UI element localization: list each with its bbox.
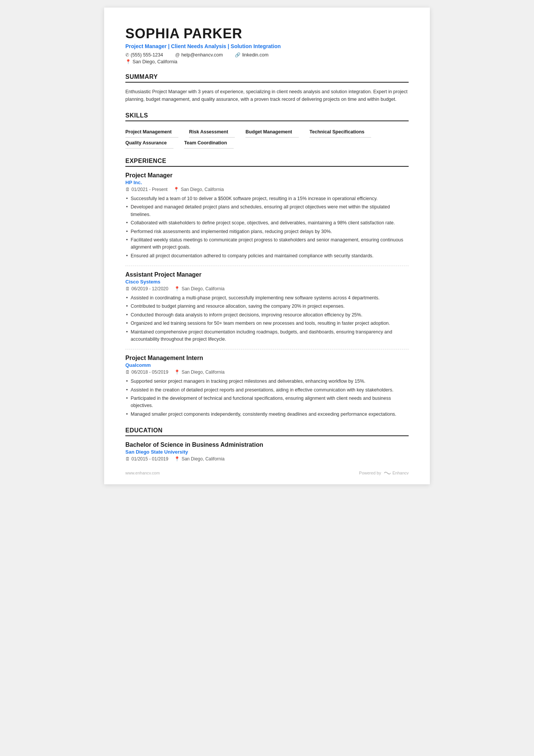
candidate-name: SOPHIA PARKER: [125, 26, 409, 42]
job-1-bullet-4: Performed risk assessments and implement…: [125, 228, 409, 235]
job-2-meta: 🗓 06/2019 - 12/2020 📍 San Diego, Califor…: [125, 286, 409, 291]
pin-icon-edu: 📍: [174, 456, 180, 462]
job-1-bullet-5: Facilitated weekly status meetings to co…: [125, 236, 409, 251]
job-3-dates: 🗓 06/2018 - 05/2019: [125, 369, 168, 375]
job-3: Project Management Intern Qualcomm 🗓 06/…: [125, 355, 409, 418]
job-2-company: Cisco Systems: [125, 279, 409, 285]
skill-quality-assurance: Quality Assurance: [125, 138, 173, 149]
phone-icon: ✆: [125, 52, 129, 58]
skill-technical-specs: Technical Specifications: [309, 127, 371, 138]
pin-icon-2: 📍: [174, 286, 180, 291]
calendar-icon-3: 🗓: [125, 369, 130, 375]
job-1: Project Manager HP Inc. 🗓 01/2021 - Pres…: [125, 172, 409, 260]
pin-icon-3: 📍: [174, 369, 180, 375]
exp-separator-1: [125, 266, 409, 266]
job-3-bullet-4: Managed smaller project components indep…: [125, 411, 409, 418]
edu-item-1: Bachelor of Science in Business Administ…: [125, 441, 409, 462]
location-value: San Diego, California: [133, 59, 177, 64]
job-2-bullets: Assisted in coordinating a multi-phase p…: [125, 294, 409, 343]
summary-section: SUMMARY Enthusiastic Project Manager wit…: [125, 74, 409, 103]
phone-value: (555) 555-1234: [131, 52, 163, 58]
job-2-dates: 🗓 06/2019 - 12/2020: [125, 286, 168, 291]
job-1-bullet-3: Collaborated with stakeholders to define…: [125, 219, 409, 227]
footer-website: www.enhancv.com: [125, 471, 160, 475]
job-2-bullet-3: Conducted thorough data analysis to info…: [125, 311, 409, 319]
job-1-company: HP Inc.: [125, 180, 409, 185]
job-2-bullet-2: Contributed to budget planning and resou…: [125, 303, 409, 310]
calendar-icon-2: 🗓: [125, 286, 130, 291]
job-2-location: 📍 San Diego, California: [174, 286, 224, 291]
skill-project-management: Project Management: [125, 127, 178, 138]
job-3-bullets: Supported senior project managers in tra…: [125, 378, 409, 418]
email-icon: @: [175, 52, 180, 58]
enhancv-logo-svg: [383, 470, 392, 476]
skill-risk-assessment: Risk Assessment: [189, 127, 235, 138]
job-1-bullet-6: Ensured all project documentation adhere…: [125, 252, 409, 260]
summary-heading: SUMMARY: [125, 74, 409, 83]
location-row: 📍 San Diego, California: [125, 59, 409, 64]
edu-degree: Bachelor of Science in Business Administ…: [125, 441, 409, 448]
job-3-company: Qualcomm: [125, 362, 409, 368]
location-icon: 📍: [125, 59, 131, 64]
skill-team-coordination: Team Coordination: [184, 138, 234, 149]
skill-budget-management: Budget Management: [245, 127, 299, 138]
candidate-title: Project Manager | Client Needs Analysis …: [125, 43, 409, 49]
exp-separator-2: [125, 349, 409, 349]
job-1-bullet-2: Developed and managed detailed project p…: [125, 203, 409, 218]
skills-section: SKILLS Project Management Risk Assessmen…: [125, 112, 409, 149]
job-1-bullets: Successfully led a team of 10 to deliver…: [125, 195, 409, 260]
job-1-meta: 🗓 01/2021 - Present 📍 San Diego, Califor…: [125, 187, 409, 192]
education-heading: EDUCATION: [125, 427, 409, 436]
pin-icon-1: 📍: [173, 187, 179, 192]
linkedin-value: linkedin.com: [242, 52, 268, 58]
job-3-bullet-2: Assisted in the creation of detailed pro…: [125, 387, 409, 394]
powered-by-label: Powered by: [359, 471, 381, 475]
header: SOPHIA PARKER Project Manager | Client N…: [125, 26, 409, 64]
calendar-icon-edu: 🗓: [125, 456, 130, 462]
job-1-title: Project Manager: [125, 172, 409, 179]
page-footer: www.enhancv.com Powered by Enhancv: [125, 470, 409, 476]
linkedin-item: 🔗 linkedin.com: [235, 52, 268, 58]
footer-brand: Powered by Enhancv: [359, 470, 409, 476]
job-1-location: 📍 San Diego, California: [173, 187, 223, 192]
job-3-bullet-1: Supported senior project managers in tra…: [125, 378, 409, 385]
education-section: EDUCATION Bachelor of Science in Busines…: [125, 427, 409, 462]
edu-location: 📍 San Diego, California: [174, 456, 224, 462]
job-2: Assistant Project Manager Cisco Systems …: [125, 271, 409, 343]
skills-row-2: Quality Assurance Team Coordination: [125, 138, 409, 149]
calendar-icon-1: 🗓: [125, 187, 130, 192]
email-item: @ help@enhancv.com: [175, 52, 223, 58]
skills-heading: SKILLS: [125, 112, 409, 121]
job-2-bullet-5: Maintained comprehensive project documen…: [125, 329, 409, 343]
job-3-location: 📍 San Diego, California: [174, 369, 224, 375]
phone-item: ✆ (555) 555-1234: [125, 52, 163, 58]
skills-row-1: Project Management Risk Assessment Budge…: [125, 127, 409, 138]
experience-heading: EXPERIENCE: [125, 158, 409, 167]
brand-name: Enhancv: [392, 471, 409, 475]
experience-section: EXPERIENCE Project Manager HP Inc. 🗓 01/…: [125, 158, 409, 418]
job-2-bullet-4: Organized and led training sessions for …: [125, 320, 409, 327]
job-3-bullet-3: Participated in the development of techn…: [125, 395, 409, 410]
resume-page: SOPHIA PARKER Project Manager | Client N…: [104, 8, 430, 484]
contact-row: ✆ (555) 555-1234 @ help@enhancv.com 🔗 li…: [125, 52, 409, 58]
edu-meta: 🗓 01/2015 - 01/2019 📍 San Diego, Califor…: [125, 456, 409, 462]
edu-school: San Diego State University: [125, 449, 409, 455]
summary-text: Enthusiastic Project Manager with 3 year…: [125, 88, 409, 103]
enhancv-logo: Enhancv: [383, 470, 409, 476]
link-icon: 🔗: [235, 52, 240, 58]
job-3-meta: 🗓 06/2018 - 05/2019 📍 San Diego, Califor…: [125, 369, 409, 375]
job-1-bullet-1: Successfully led a team of 10 to deliver…: [125, 195, 409, 202]
email-value: help@enhancv.com: [181, 52, 223, 58]
job-2-title: Assistant Project Manager: [125, 271, 409, 278]
job-1-dates: 🗓 01/2021 - Present: [125, 187, 167, 192]
job-2-bullet-1: Assisted in coordinating a multi-phase p…: [125, 294, 409, 302]
edu-dates: 🗓 01/2015 - 01/2019: [125, 456, 168, 462]
job-3-title: Project Management Intern: [125, 355, 409, 362]
